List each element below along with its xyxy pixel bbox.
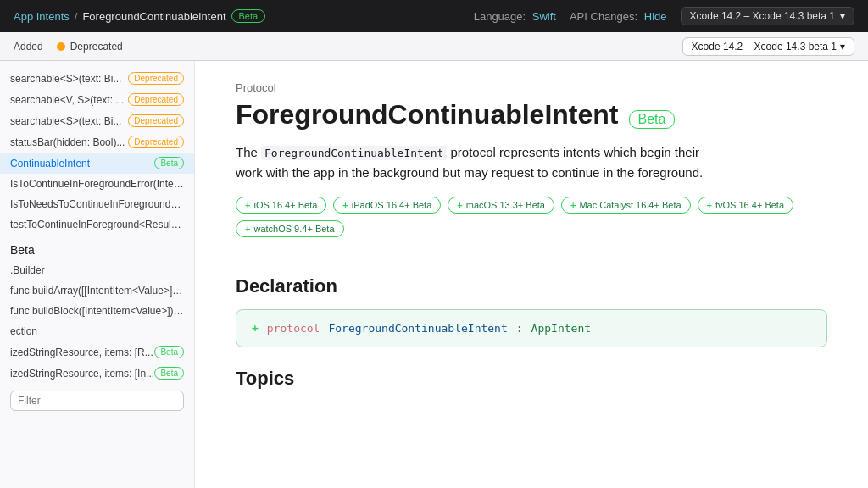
sidebar-item-func1[interactable]: func buildArray([[IntentItem<Value>]]) -… <box>0 280 194 301</box>
sidebar-item-builder[interactable]: .Builder <box>0 260 194 280</box>
sidebar-search-container <box>0 384 194 418</box>
code-plus: + <box>252 322 259 335</box>
sidebar-item-istocontinueinforegrounderror[interactable]: IsToContinueInForegroundError(Intent... <box>0 174 194 194</box>
description-code: ForegroundContinuableIntent <box>261 146 447 160</box>
sidebar-item-continuableintent[interactable]: ContinuableIntent Beta <box>0 152 194 174</box>
sidebar-item-istoneedstocontin[interactable]: IsToNeedsToContinueInForegroundErro... <box>0 194 194 214</box>
deprecated-dot <box>57 42 65 51</box>
top-navigation: App Intents / ForegroundContinuableInten… <box>0 0 868 32</box>
language-label: Language: Swift <box>474 10 556 23</box>
sidebar-item-searchable-s-bi[interactable]: searchable<S>(text: Bi... Deprecated <box>0 68 194 89</box>
api-changes-label: API Changes: Hide <box>570 10 667 23</box>
platform-maccatalyst: +Mac Catalyst 16.4+ Beta <box>561 197 691 214</box>
filter-deprecated[interactable]: Deprecated <box>57 41 123 53</box>
version-selector[interactable]: Xcode 14.2 – Xcode 14.3 beta 1 ▾ <box>681 7 854 25</box>
filter-bar: Added Deprecated Xcode 14.2 – Xcode 14.3… <box>0 32 868 61</box>
main-content: Protocol ForegroundContinuableIntent Bet… <box>195 61 868 488</box>
breadcrumb-beta-badge: Beta <box>231 9 266 23</box>
breadcrumb-current: ForegroundContinuableIntent <box>82 10 225 23</box>
sidebar-item-searchable-v-s[interactable]: searchable<V, S>(text: ... Deprecated <box>0 89 194 110</box>
code-type: AppIntent <box>531 322 591 335</box>
added-label: Added <box>14 41 43 53</box>
api-changes-hide-link[interactable]: Hide <box>644 10 667 23</box>
main-layout: searchable<S>(text: Bi... Deprecated sea… <box>0 61 868 488</box>
deprecated-label: Deprecated <box>70 41 123 53</box>
sidebar-item-localized2[interactable]: izedStringResource, items: [In... Beta <box>0 363 194 384</box>
code-name: ForegroundContinuableIntent <box>328 322 507 335</box>
topics-title: Topics <box>236 368 827 390</box>
description-text: The ForegroundContinuableIntent protocol… <box>236 142 727 183</box>
platform-macos: +macOS 13.3+ Beta <box>448 197 554 214</box>
platform-badges: +iOS 16.4+ Beta +iPadOS 16.4+ Beta +macO… <box>236 197 827 237</box>
breadcrumb-root[interactable]: App Intents <box>14 10 70 23</box>
platform-tvos: +tvOS 16.4+ Beta <box>698 197 793 214</box>
sidebar: searchable<S>(text: Bi... Deprecated sea… <box>0 61 195 488</box>
sidebar-item-section[interactable]: ection <box>0 321 194 341</box>
platform-ios: +iOS 16.4+ Beta <box>236 197 326 214</box>
nav-right-controls: Language: Swift API Changes: Hide Xcode … <box>474 7 854 25</box>
platform-ipados: +iPadOS 16.4+ Beta <box>333 197 441 214</box>
sidebar-item-func2[interactable]: func buildBlock([IntentItem<Value>]) ->.… <box>0 301 194 321</box>
title-beta-badge: Beta <box>629 110 676 129</box>
breadcrumb: App Intents / ForegroundContinuableInten… <box>14 9 265 23</box>
sidebar-standalone-beta: Beta <box>0 235 194 260</box>
breadcrumb-separator: / <box>75 10 78 23</box>
sidebar-item-localized1[interactable]: izedStringResource, items: [R... Beta <box>0 341 194 363</box>
sidebar-search-input[interactable] <box>10 391 184 411</box>
sidebar-item-statusbar[interactable]: statusBar(hidden: Bool)... Deprecated <box>0 131 194 152</box>
code-colon: : <box>516 322 523 335</box>
section-divider <box>236 258 827 258</box>
sidebar-item-testtocontinue[interactable]: testToContinueInForeground<ResultVal... <box>0 214 194 235</box>
declaration-title: Declaration <box>236 275 827 297</box>
code-block: + protocol ForegroundContinuableIntent :… <box>236 309 827 347</box>
sidebar-item-searchable-s-bi2[interactable]: searchable<S>(text: Bi... Deprecated <box>0 110 194 131</box>
page-title: ForegroundContinuableIntent <box>236 99 619 130</box>
code-keyword: protocol <box>267 322 320 335</box>
protocol-label: Protocol <box>236 81 827 94</box>
filter-added[interactable]: Added <box>14 41 43 53</box>
page-title-area: ForegroundContinuableIntent Beta <box>236 99 827 130</box>
platform-watchos: +watchOS 9.4+ Beta <box>236 220 344 237</box>
filter-version-pill[interactable]: Xcode 14.2 – Xcode 14.3 beta 1 ▾ <box>682 37 854 56</box>
